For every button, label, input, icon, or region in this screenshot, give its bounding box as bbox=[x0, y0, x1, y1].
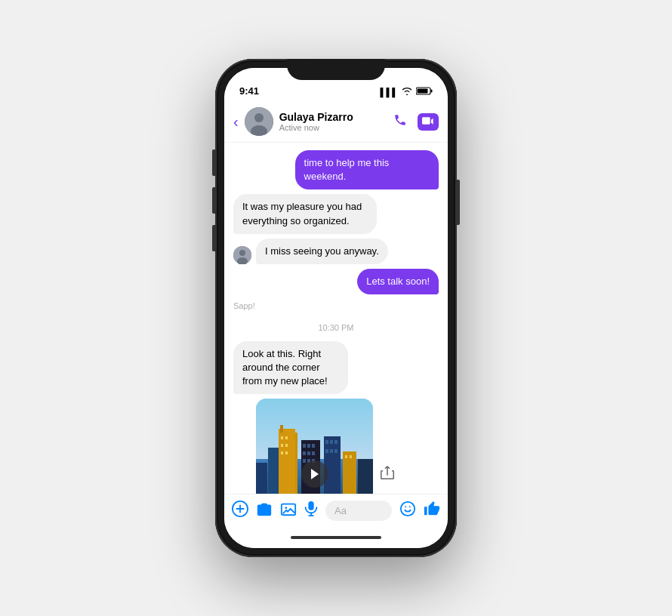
status-icons: ▌▌▌ bbox=[381, 87, 433, 97]
home-bar bbox=[291, 536, 381, 539]
emoji-button[interactable] bbox=[399, 500, 416, 521]
video-call-icon[interactable] bbox=[418, 113, 439, 131]
message-text: Lets talk soon! bbox=[366, 276, 430, 287]
svg-rect-20 bbox=[281, 444, 283, 447]
svg-rect-27 bbox=[312, 444, 315, 448]
svg-rect-31 bbox=[303, 459, 306, 463]
video-message-row: Look at this. Right around the corner fr… bbox=[233, 341, 439, 494]
video-caption-bubble: Look at this. Right around the corner fr… bbox=[233, 341, 348, 395]
svg-rect-17 bbox=[280, 425, 283, 433]
chat-header: ‹ Gulaya Pizarro Active now bbox=[224, 101, 448, 143]
svg-rect-36 bbox=[330, 440, 333, 444]
message-text: It was my pleasure you had everything so… bbox=[242, 201, 362, 226]
svg-rect-30 bbox=[312, 451, 315, 455]
battery-icon bbox=[416, 87, 433, 97]
svg-rect-21 bbox=[285, 444, 288, 447]
signal-icon: ▌▌▌ bbox=[381, 88, 398, 97]
svg-rect-22 bbox=[281, 451, 283, 454]
message-row: time to help me this weekend. bbox=[233, 150, 439, 189]
video-thumbnail[interactable]: 0:08 bbox=[256, 399, 373, 494]
wifi-icon bbox=[402, 88, 412, 97]
message-row: Lets talk soon! bbox=[233, 269, 439, 294]
message-row: Sapp! bbox=[233, 299, 439, 313]
svg-point-50 bbox=[285, 507, 287, 509]
svg-rect-40 bbox=[334, 449, 338, 453]
message-text: I miss seeing you anyway. bbox=[265, 245, 379, 257]
message-bubble-received: It was my pleasure you had everything so… bbox=[233, 194, 377, 233]
video-message-block: Look at this. Right around the corner fr… bbox=[233, 341, 398, 494]
svg-rect-38 bbox=[325, 449, 328, 453]
svg-rect-39 bbox=[330, 449, 333, 453]
video-with-share: 0:08 bbox=[233, 399, 398, 494]
message-text: time to help me this weekend. bbox=[304, 157, 390, 182]
message-row: It was my pleasure you had everything so… bbox=[233, 194, 439, 233]
timestamp: 10:30 PM bbox=[233, 323, 439, 332]
message-text: Sapp! bbox=[233, 301, 255, 310]
contact-info: Gulaya Pizarro Active now bbox=[279, 111, 387, 132]
message-bubble-sent: Lets talk soon! bbox=[357, 269, 439, 294]
svg-point-7 bbox=[239, 250, 245, 256]
message-bubble-received: Sapp! bbox=[233, 299, 255, 313]
header-actions bbox=[393, 113, 439, 131]
notch bbox=[287, 59, 385, 80]
contact-avatar bbox=[245, 107, 273, 136]
svg-point-52 bbox=[401, 502, 415, 516]
message-row: I miss seeing you anyway. bbox=[233, 239, 439, 264]
svg-rect-1 bbox=[431, 90, 433, 93]
svg-rect-19 bbox=[285, 436, 288, 439]
input-bar: Aa bbox=[224, 494, 448, 527]
contact-status: Active now bbox=[279, 123, 387, 132]
photo-button[interactable] bbox=[280, 501, 297, 520]
like-button[interactable] bbox=[424, 500, 440, 521]
svg-rect-51 bbox=[308, 501, 313, 510]
svg-point-4 bbox=[254, 113, 264, 122]
message-bubble-sent: time to help me this weekend. bbox=[295, 150, 439, 189]
svg-rect-35 bbox=[325, 440, 328, 444]
sender-avatar bbox=[233, 246, 251, 264]
camera-button[interactable] bbox=[256, 501, 273, 520]
phone-call-icon[interactable] bbox=[393, 113, 407, 131]
svg-rect-34 bbox=[324, 436, 341, 494]
svg-rect-2 bbox=[418, 89, 428, 94]
svg-rect-37 bbox=[334, 440, 338, 444]
share-button[interactable] bbox=[381, 465, 394, 484]
status-time: 9:41 bbox=[239, 85, 259, 97]
add-button[interactable] bbox=[232, 500, 248, 521]
svg-rect-42 bbox=[345, 455, 347, 458]
svg-rect-23 bbox=[285, 451, 288, 454]
phone-frame: 9:41 ▌▌▌ bbox=[215, 59, 457, 557]
play-button[interactable] bbox=[301, 460, 328, 488]
phone-screen: 9:41 ▌▌▌ bbox=[224, 68, 448, 548]
home-indicator bbox=[224, 527, 448, 548]
svg-rect-29 bbox=[307, 451, 310, 455]
messages-area: time to help me this weekend. It was my … bbox=[224, 143, 448, 494]
mic-button[interactable] bbox=[304, 500, 318, 521]
contact-name: Gulaya Pizarro bbox=[279, 111, 387, 123]
message-input[interactable]: Aa bbox=[325, 500, 392, 521]
back-button[interactable]: ‹ bbox=[233, 113, 239, 131]
svg-rect-18 bbox=[281, 436, 283, 439]
svg-rect-12 bbox=[256, 463, 267, 494]
video-caption-text: Look at this. Right around the corner fr… bbox=[242, 348, 328, 387]
svg-rect-28 bbox=[303, 451, 306, 455]
svg-rect-26 bbox=[307, 444, 310, 448]
svg-point-53 bbox=[405, 506, 406, 507]
message-bubble-received: I miss seeing you anyway. bbox=[256, 239, 388, 264]
svg-point-54 bbox=[409, 506, 411, 507]
svg-rect-43 bbox=[350, 455, 352, 458]
svg-rect-44 bbox=[358, 459, 373, 494]
svg-rect-25 bbox=[303, 444, 306, 448]
input-placeholder: Aa bbox=[334, 505, 347, 516]
